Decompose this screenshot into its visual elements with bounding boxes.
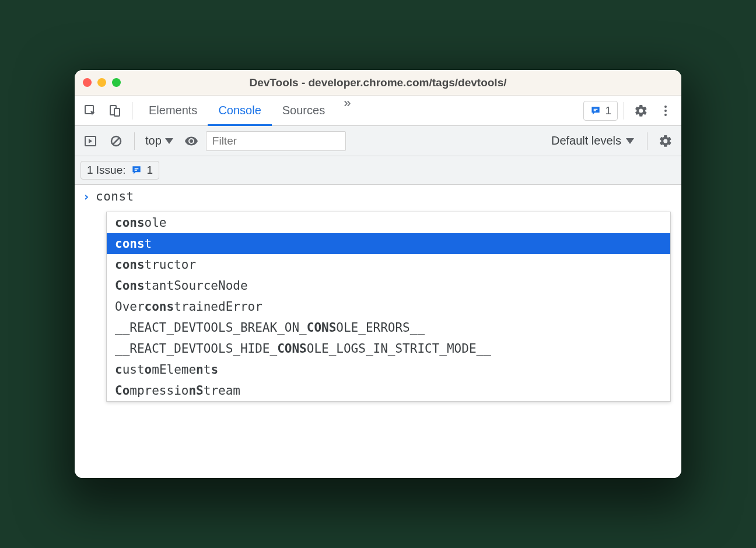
- filter-input[interactable]: Filter: [206, 131, 346, 151]
- svg-rect-11: [134, 168, 138, 170]
- zoom-window-button[interactable]: [112, 78, 121, 87]
- issues-label: 1 Issue:: [87, 164, 126, 177]
- window-controls: [83, 78, 121, 87]
- issues-chip-count: 1: [147, 164, 153, 177]
- panel-tabs: Elements Console Sources »: [138, 96, 359, 125]
- console-prompt[interactable]: › const: [75, 185, 681, 208]
- sidebar-toggle-icon[interactable]: [79, 130, 102, 152]
- autocomplete-item[interactable]: const: [107, 233, 670, 254]
- console-toolbar: top Filter Default levels: [75, 126, 681, 156]
- autocomplete-item[interactable]: __REACT_DEVTOOLS_BREAK_ON_CONSOLE_ERRORS…: [107, 317, 670, 338]
- svg-rect-2: [114, 108, 120, 116]
- live-expression-icon[interactable]: [180, 130, 202, 152]
- close-window-button[interactable]: [83, 78, 92, 87]
- more-tabs-icon[interactable]: »: [335, 96, 359, 125]
- console-body: › const consoleconstconstructorConstantS…: [75, 185, 681, 478]
- tab-sources[interactable]: Sources: [272, 96, 335, 126]
- autocomplete-item[interactable]: console: [107, 212, 670, 233]
- issue-icon: [131, 164, 142, 176]
- chevron-down-icon: [626, 138, 634, 144]
- svg-point-6: [664, 110, 667, 112]
- svg-point-5: [664, 106, 667, 108]
- clear-console-icon[interactable]: [105, 130, 127, 152]
- more-menu-icon[interactable]: [654, 100, 677, 122]
- levels-label: Default levels: [551, 134, 621, 147]
- console-settings-icon[interactable]: [654, 130, 677, 152]
- autocomplete-item[interactable]: customElements: [107, 359, 670, 380]
- issues-indicator[interactable]: 1: [583, 101, 618, 121]
- settings-icon[interactable]: [630, 100, 652, 122]
- titlebar: DevTools - developer.chrome.com/tags/dev…: [75, 70, 681, 96]
- svg-rect-4: [594, 110, 596, 111]
- svg-rect-3: [594, 108, 598, 110]
- svg-line-10: [113, 138, 120, 144]
- separator: [134, 132, 135, 150]
- window-title: DevTools - developer.chrome.com/tags/dev…: [75, 76, 681, 89]
- autocomplete-popup: consoleconstconstructorConstantSourceNod…: [106, 212, 671, 402]
- autocomplete-item[interactable]: CompressionStream: [107, 380, 670, 401]
- autocomplete-item[interactable]: ConstantSourceNode: [107, 275, 670, 296]
- issues-chip[interactable]: 1 Issue: 1: [80, 161, 159, 180]
- context-selector[interactable]: top: [142, 134, 177, 147]
- separator: [132, 102, 132, 120]
- main-tabbar: Elements Console Sources » 1: [75, 96, 681, 126]
- device-toolbar-icon[interactable]: [104, 100, 126, 122]
- devtools-window: DevTools - developer.chrome.com/tags/dev…: [75, 70, 681, 478]
- tab-elements[interactable]: Elements: [138, 96, 208, 126]
- filter-placeholder: Filter: [212, 135, 237, 147]
- tab-console[interactable]: Console: [208, 96, 271, 126]
- chevron-down-icon: [165, 138, 173, 144]
- separator: [624, 102, 624, 120]
- issues-count: 1: [605, 104, 611, 117]
- separator: [647, 132, 648, 150]
- minimize-window-button[interactable]: [97, 78, 106, 87]
- prompt-input-text: const: [96, 189, 134, 203]
- autocomplete-item[interactable]: OverconstrainedError: [107, 296, 670, 317]
- svg-point-7: [664, 114, 667, 116]
- autocomplete-item[interactable]: __REACT_DEVTOOLS_HIDE_CONSOLE_LOGS_IN_ST…: [107, 338, 670, 359]
- issue-icon: [590, 105, 601, 117]
- inspect-element-icon[interactable]: [79, 100, 102, 122]
- autocomplete-item[interactable]: constructor: [107, 254, 670, 275]
- svg-rect-12: [134, 170, 136, 171]
- prompt-caret-icon: ›: [83, 189, 90, 203]
- issues-row: 1 Issue: 1: [75, 156, 681, 185]
- log-levels-selector[interactable]: Default levels: [545, 134, 640, 147]
- context-label: top: [145, 134, 162, 147]
